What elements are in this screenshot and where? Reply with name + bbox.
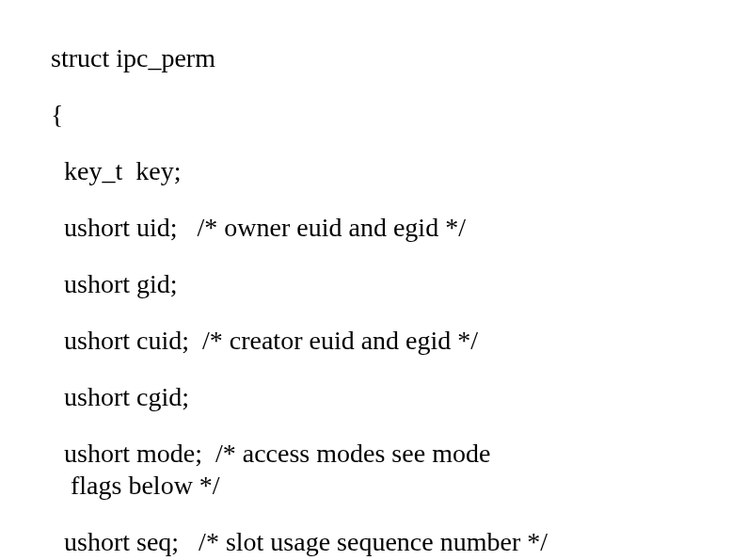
code-line: { bbox=[51, 102, 696, 128]
code-line: ushort cgid; bbox=[51, 384, 696, 410]
code-block: struct ipc_perm { key_t key; ushort uid;… bbox=[0, 0, 747, 555]
code-line: ushort gid; bbox=[51, 271, 696, 297]
code-line: flags below */ bbox=[51, 472, 696, 499]
code-line: ushort seq; /* slot usage sequence numbe… bbox=[51, 529, 696, 555]
code-line: ushort mode; /* access modes see mode bbox=[51, 440, 696, 467]
code-line: ushort uid; /* owner euid and egid */ bbox=[51, 215, 696, 241]
code-line: key_t key; bbox=[51, 158, 696, 184]
code-line: ushort cuid; /* creator euid and egid */ bbox=[51, 328, 696, 354]
code-line: struct ipc_perm bbox=[51, 45, 696, 72]
